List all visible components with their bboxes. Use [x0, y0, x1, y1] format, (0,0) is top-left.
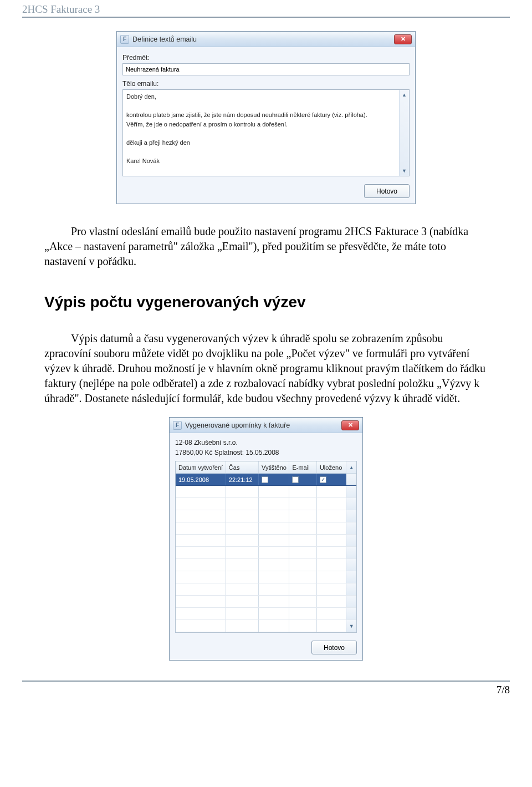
scroll-track[interactable]: [346, 535, 356, 546]
done-button[interactable]: Hotovo: [311, 641, 357, 654]
app-icon: F: [120, 35, 129, 44]
table-row[interactable]: [176, 486, 356, 498]
scroll-track[interactable]: [346, 547, 356, 558]
table-row[interactable]: [176, 583, 356, 596]
table-row[interactable]: [176, 571, 356, 583]
table-row[interactable]: 19.05.200822:21:12: [176, 474, 356, 486]
scroll-up-icon[interactable]: ▲: [400, 90, 409, 100]
header-rule: [22, 17, 510, 18]
paragraph-2: Výpis datumů a času vygenerovaných výzev…: [44, 331, 488, 406]
window-title: Definice textů emailu: [132, 35, 394, 43]
body-textarea-content[interactable]: Dobrý den, kontrolou plateb jsme zjistil…: [123, 90, 409, 176]
app-icon: F: [173, 421, 182, 430]
dialog-email-texts: F Definice textů emailu ✕ Předmět: Tělo …: [116, 31, 416, 204]
scroll-track[interactable]: [346, 522, 356, 534]
scroll-track[interactable]: [346, 498, 356, 510]
col-email[interactable]: E-mail: [289, 461, 316, 473]
paragraph-1: Pro vlastní odeslání emailů bude použito…: [44, 224, 488, 269]
subject-input[interactable]: [122, 63, 410, 75]
table-row[interactable]: [176, 596, 356, 608]
cell-date: 19.05.2008: [176, 474, 226, 485]
scroll-track[interactable]: [346, 486, 356, 497]
scrollbar[interactable]: ▲ ▼: [399, 90, 409, 176]
scroll-track[interactable]: [346, 596, 356, 607]
col-saved[interactable]: Uloženo: [317, 461, 346, 473]
dialog-reminders: F Vygenerované upomínky k faktuře ✕ 12-0…: [169, 417, 363, 661]
table-row[interactable]: [176, 608, 356, 620]
table-row[interactable]: [176, 547, 356, 559]
done-button[interactable]: Hotovo: [364, 184, 410, 198]
checkbox[interactable]: [320, 476, 326, 483]
scroll-track[interactable]: [346, 571, 356, 583]
subject-label: Předmět:: [122, 54, 410, 62]
page-number: 7/8: [22, 684, 510, 696]
cell-email: [289, 474, 316, 485]
grid-header: Datum vytvoření Čas Vytištěno E-mail Ulo…: [176, 461, 356, 474]
cell-printed: [259, 474, 289, 485]
scroll-track[interactable]: [346, 474, 356, 485]
cell-time: 22:21:12: [226, 474, 259, 485]
titlebar[interactable]: F Vygenerované upomínky k faktuře ✕: [170, 418, 362, 433]
table-row[interactable]: [176, 559, 356, 571]
reminders-grid: Datum vytvoření Čas Vytištěno E-mail Ulo…: [175, 461, 357, 633]
table-row[interactable]: ▼: [176, 620, 356, 632]
table-row[interactable]: [176, 510, 356, 522]
cell-saved: [317, 474, 346, 485]
titlebar[interactable]: F Definice textů emailu ✕: [117, 32, 415, 47]
col-printed[interactable]: Vytištěno: [259, 461, 289, 473]
grid-body: 19.05.200822:21:12▼: [176, 474, 356, 632]
window-title: Vygenerované upomínky k faktuře: [185, 422, 341, 429]
checkbox[interactable]: [292, 476, 299, 483]
info-amount-due: 17850,00 Kč Splatnost: 15.05.2008: [175, 448, 357, 458]
col-time[interactable]: Čas: [226, 461, 259, 473]
body-textarea[interactable]: Dobrý den, kontrolou plateb jsme zjistil…: [122, 89, 410, 176]
scroll-track[interactable]: [346, 608, 356, 620]
scroll-track[interactable]: ▼: [346, 620, 356, 632]
footer-rule: [22, 681, 510, 682]
checkbox[interactable]: [262, 476, 268, 483]
close-icon[interactable]: ✕: [394, 34, 412, 44]
scroll-track[interactable]: [346, 559, 356, 571]
doc-header: 2HCS Fakturace 3: [22, 3, 510, 16]
body-label: Tělo emailu:: [122, 80, 410, 88]
scroll-up-icon[interactable]: ▲: [346, 461, 356, 473]
table-row[interactable]: [176, 522, 356, 535]
close-icon[interactable]: ✕: [341, 420, 359, 430]
table-row[interactable]: [176, 498, 356, 510]
col-date[interactable]: Datum vytvoření: [176, 461, 226, 473]
info-company: 12-08 Zkušební s.r.o.: [175, 438, 357, 448]
table-row[interactable]: [176, 535, 356, 547]
scroll-track[interactable]: [346, 583, 356, 595]
section-heading: Výpis počtu vygenerovaných výzev: [44, 293, 488, 311]
scroll-down-icon[interactable]: ▼: [400, 166, 409, 176]
scroll-track[interactable]: [346, 510, 356, 522]
